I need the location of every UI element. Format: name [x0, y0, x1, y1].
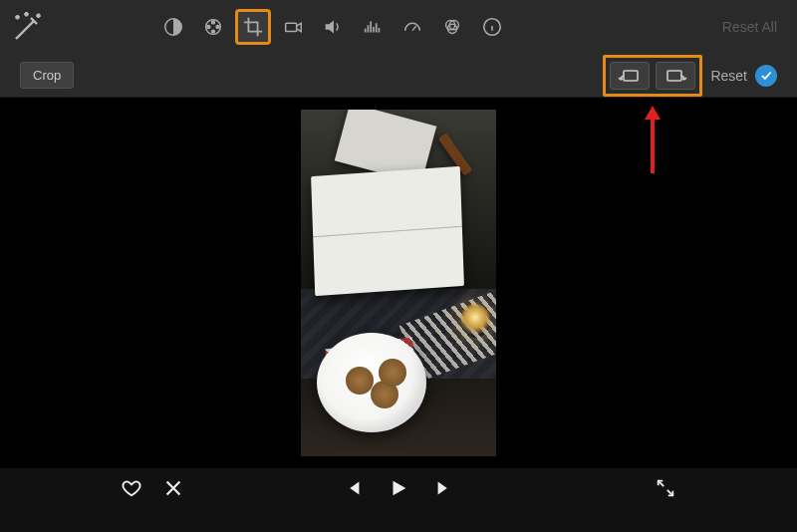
reject-icon [162, 477, 184, 499]
apply-check-icon [759, 69, 773, 83]
crop-toolbar: Crop Reset [0, 54, 797, 98]
rotate-counterclockwise-button[interactable] [610, 62, 650, 90]
noise-reduction-button[interactable] [355, 9, 391, 45]
annotation-arrow [651, 118, 655, 173]
auto-enhance-button[interactable] [10, 9, 46, 45]
svg-rect-12 [667, 71, 681, 81]
previous-frame-icon [342, 477, 364, 499]
playback-bar [120, 468, 677, 508]
svg-point-4 [212, 30, 215, 33]
next-frame-icon [433, 477, 455, 499]
fullscreen-icon [655, 477, 676, 499]
crop-right-controls: Reset [603, 55, 777, 97]
svg-rect-6 [286, 23, 297, 31]
crop-mode-button[interactable]: Crop [20, 62, 74, 89]
toolbar-left [10, 9, 149, 45]
volume-button[interactable] [315, 9, 351, 45]
previous-frame-button[interactable] [341, 476, 365, 500]
color-filters-icon [441, 16, 463, 38]
svg-point-5 [207, 26, 210, 29]
color-balance-button[interactable] [155, 9, 191, 45]
preview-image [301, 110, 496, 456]
svg-point-3 [216, 26, 219, 29]
favorite-button[interactable] [120, 476, 143, 500]
play-button[interactable] [387, 476, 410, 500]
auto-enhance-icon [10, 9, 46, 45]
play-icon [388, 477, 409, 499]
apply-button[interactable] [755, 65, 777, 87]
color-correction-icon [202, 16, 224, 38]
info-icon [481, 16, 503, 38]
rotate-counterclockwise-icon [618, 68, 642, 84]
rotate-clockwise-button[interactable] [656, 62, 695, 90]
rotate-buttons-highlight [603, 55, 702, 97]
color-filters-button[interactable] [434, 9, 470, 45]
color-correction-button[interactable] [195, 9, 231, 45]
stabilization-button[interactable] [275, 9, 311, 45]
svg-rect-11 [624, 71, 638, 81]
favorite-icon [121, 477, 142, 499]
reset-button[interactable]: Reset [710, 68, 747, 84]
speed-button[interactable] [395, 9, 430, 45]
noise-reduction-icon [362, 16, 384, 38]
speed-icon [401, 16, 423, 38]
toolbar-icons [155, 9, 510, 45]
svg-point-2 [212, 21, 215, 24]
rotate-clockwise-icon [664, 68, 687, 84]
preview-viewport[interactable] [0, 98, 797, 468]
top-toolbar: Reset All [0, 0, 797, 54]
reset-all-button[interactable]: Reset All [722, 19, 787, 35]
color-balance-icon [162, 16, 184, 38]
stabilization-icon [282, 16, 304, 38]
volume-icon [322, 16, 344, 38]
info-button[interactable] [474, 9, 510, 45]
reject-button[interactable] [161, 476, 185, 500]
fullscreen-button[interactable] [654, 476, 677, 500]
crop-icon [242, 16, 264, 38]
crop-button[interactable] [235, 9, 271, 45]
next-frame-button[interactable] [432, 476, 456, 500]
